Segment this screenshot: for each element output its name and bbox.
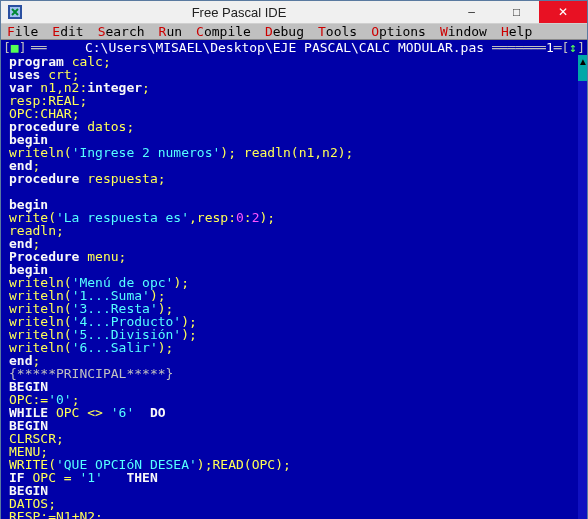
code-line[interactable]: BEGIN — [9, 380, 581, 393]
code-line[interactable]: writeln('6...Salir'); — [9, 341, 581, 354]
code-line[interactable]: WHILE OPC <> '6' DO — [9, 406, 581, 419]
frame-bracket: ] — [19, 40, 27, 55]
scroll-v-track[interactable] — [578, 68, 587, 519]
code-line[interactable]: BEGIN — [9, 484, 581, 497]
frame-top: [■]══ C:\Users\MISAEL\Desktop\EJE PASCAL… — [1, 40, 587, 55]
code-line[interactable]: procedure respuesta; — [9, 172, 581, 185]
code-line[interactable]: var n1,n2:integer; — [9, 81, 581, 94]
menu-tools[interactable]: Tools — [318, 24, 357, 39]
code-line[interactable]: CLRSCR; — [9, 432, 581, 445]
code-line[interactable]: write('La respuesta es',resp:0:2); — [9, 211, 581, 224]
code-line[interactable]: {*****PRINCIPAL*****} — [9, 367, 581, 380]
close-button[interactable]: ✕ — [539, 1, 587, 23]
menu-options[interactable]: Options — [371, 24, 426, 39]
file-path: C:\Users\MISAEL\Desktop\EJE PASCAL\CALC … — [77, 40, 492, 55]
code-line[interactable]: Procedure menu; — [9, 250, 581, 263]
code-line[interactable] — [9, 185, 581, 198]
app-window: Free Pascal IDE – □ ✕ FileEditSearchRunC… — [0, 0, 588, 519]
code-line[interactable]: RESP:=N1+N2; — [9, 510, 581, 519]
frame-line-left: ══ — [31, 40, 77, 55]
menu-compile[interactable]: Compile — [196, 24, 251, 39]
code-line[interactable]: procedure datos; — [9, 120, 581, 133]
frame-line-right: ══════ — [492, 40, 538, 55]
vertical-scrollbar[interactable]: ▲ ▼ — [578, 55, 587, 519]
code-line[interactable]: BEGIN — [9, 419, 581, 432]
maximize-button[interactable]: □ — [494, 1, 539, 23]
minimize-button[interactable]: – — [449, 1, 494, 23]
code-line[interactable]: readln; — [9, 224, 581, 237]
scroll-up-arrow[interactable]: ▲ — [578, 55, 587, 68]
menu-run[interactable]: Run — [159, 24, 182, 39]
frame-bracket: [ — [3, 40, 11, 55]
menu-window[interactable]: Window — [440, 24, 487, 39]
code-line[interactable]: resp:REAL; — [9, 94, 581, 107]
menu-help[interactable]: Help — [501, 24, 532, 39]
app-icon — [7, 4, 23, 20]
menubar: FileEditSearchRunCompileDebugToolsOption… — [1, 24, 587, 40]
menu-search[interactable]: Search — [98, 24, 145, 39]
menu-edit[interactable]: Edit — [52, 24, 83, 39]
code-line[interactable]: program calc; — [9, 55, 581, 68]
frame-close-box[interactable]: ■ — [11, 40, 19, 55]
titlebar[interactable]: Free Pascal IDE – □ ✕ — [1, 1, 587, 24]
scroll-v-thumb[interactable] — [578, 68, 587, 81]
menu-debug[interactable]: Debug — [265, 24, 304, 39]
code-line[interactable]: IF OPC = '1' THEN — [9, 471, 581, 484]
frame-window-number: ═1═[↕] — [538, 40, 585, 55]
window-controls: – □ ✕ — [449, 1, 587, 23]
menu-file[interactable]: File — [7, 24, 38, 39]
code-line[interactable]: writeln('Ingrese 2 numeros'); readln(n1,… — [9, 146, 581, 159]
code-editor[interactable]: program calc;uses crt;var n1,n2:integer;… — [1, 55, 587, 519]
editor-frame: [■]══ C:\Users\MISAEL\Desktop\EJE PASCAL… — [1, 40, 587, 519]
window-title: Free Pascal IDE — [29, 5, 449, 20]
